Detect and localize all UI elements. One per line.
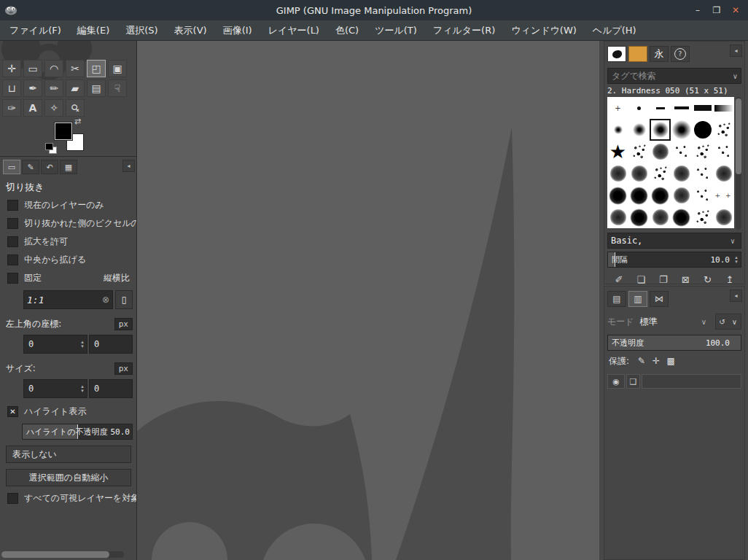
brush-item[interactable] [607, 97, 628, 119]
menu-item[interactable]: ウィンドウ(W) [503, 20, 585, 41]
color-picker-tool-button[interactable]: ✧ [44, 99, 63, 117]
brush-item[interactable] [650, 163, 671, 184]
crop-tool-button[interactable]: ◰ [87, 60, 106, 77]
lock-position-button[interactable]: ✛ [649, 354, 663, 368]
horizontal-scrollbar[interactable] [1, 551, 124, 558]
eraser-tool-button[interactable]: ▰ [66, 79, 85, 97]
spinner-arrows-icon[interactable]: ▴▾ [78, 384, 87, 393]
lock-alpha-button[interactable]: ▩ [663, 354, 678, 368]
brush-item[interactable] [692, 141, 713, 163]
size-height-spinner[interactable]: 0 [89, 379, 133, 398]
brush-item[interactable] [692, 184, 713, 206]
highlight-opacity-slider[interactable]: ハイライトの不透明度 50.0 [22, 424, 133, 440]
foreground-color-swatch[interactable] [55, 122, 72, 140]
brush-item[interactable] [713, 206, 734, 228]
brush-item[interactable] [628, 141, 650, 163]
ink-tool-button[interactable]: ✒ [23, 79, 42, 97]
allow-growing-checkbox[interactable] [7, 236, 18, 247]
layer-row[interactable]: ◉ ❑ [604, 374, 744, 389]
position-unit-select[interactable]: px [114, 318, 133, 330]
position-x-spinner[interactable]: 0 ▴▾ [23, 335, 87, 354]
current-layer-only-checkbox[interactable] [7, 200, 18, 211]
tab-fonts[interactable]: 永 [650, 46, 669, 62]
brush-item[interactable] [607, 184, 628, 206]
chevron-down-icon[interactable]: ∨ [730, 72, 741, 80]
brush-item[interactable] [607, 141, 628, 163]
brush-item[interactable] [692, 206, 713, 228]
menu-item[interactable]: 編集(E) [69, 20, 117, 41]
tag-filter-select[interactable]: Basic, ∨ [607, 233, 741, 249]
brush-search-input[interactable] [608, 71, 730, 81]
tab-channels[interactable]: ▥ [628, 291, 647, 307]
menu-item[interactable]: フィルター(R) [425, 20, 503, 41]
minimize-button[interactable]: – [688, 0, 707, 20]
menu-item[interactable]: レイヤー(L) [260, 20, 327, 41]
brush-item[interactable] [713, 119, 734, 141]
unified-transform-tool-button[interactable]: ▣ [108, 60, 127, 77]
brush-item[interactable] [713, 184, 734, 206]
brush-item[interactable] [607, 119, 628, 141]
tab-device-status[interactable]: ✎ [22, 160, 39, 174]
brush-item[interactable] [671, 206, 692, 228]
brush-item[interactable] [628, 206, 650, 228]
position-y-spinner[interactable]: 0 [89, 335, 133, 354]
tab-layers[interactable]: ▤ [607, 291, 626, 307]
delete-brush-button[interactable]: ⊠ [675, 272, 696, 287]
brush-item[interactable] [713, 163, 734, 184]
brush-item[interactable] [692, 119, 713, 141]
dock-menu-icon[interactable]: ◂ [730, 44, 742, 57]
menu-item[interactable]: ツール(T) [367, 20, 425, 41]
brush-item[interactable] [692, 163, 713, 184]
tab-brushes[interactable] [607, 46, 626, 62]
brush-item[interactable] [628, 163, 650, 184]
brush-item[interactable] [650, 97, 671, 119]
shrink-merged-checkbox[interactable] [7, 493, 18, 504]
duplicate-brush-button[interactable]: ❐ [653, 272, 674, 287]
brush-item[interactable] [628, 97, 650, 119]
brush-item[interactable] [692, 97, 713, 119]
portrait-landscape-button[interactable]: ▯ [115, 290, 133, 309]
brush-item[interactable] [713, 141, 734, 163]
layer-thumbnail-icon[interactable]: ❑ [626, 374, 640, 389]
menu-item[interactable]: ファイル(F) [1, 20, 69, 41]
tab-paths[interactable]: ⋈ [650, 291, 669, 307]
menu-item[interactable]: ヘルプ(H) [585, 20, 644, 41]
size-unit-select[interactable]: px [114, 362, 133, 375]
visibility-eye-icon[interactable]: ◉ [607, 374, 625, 389]
rectangle-select-tool-button[interactable]: ▭ [23, 60, 42, 77]
guides-select[interactable]: 表示しない [6, 446, 131, 463]
brush-scrollbar[interactable] [736, 97, 741, 230]
mode-options-button[interactable]: ∨ [728, 314, 741, 329]
swap-colors-icon[interactable]: ⇄ [74, 117, 81, 126]
highlight-checkbox[interactable] [7, 406, 18, 417]
brush-item[interactable] [713, 97, 734, 119]
maximize-button[interactable]: ❐ [707, 0, 726, 20]
spinner-arrows-icon[interactable]: ▴▾ [78, 340, 87, 349]
brush-item[interactable] [650, 141, 671, 163]
brush-item[interactable] [650, 184, 671, 206]
spacing-slider[interactable]: 間隔 10.0 ▴▾ [607, 252, 741, 268]
brush-item[interactable] [671, 141, 692, 163]
new-brush-button[interactable]: ❏ [631, 272, 651, 287]
scissors-select-tool-button[interactable]: ✂ [66, 60, 85, 77]
menu-item[interactable]: 表示(V) [166, 20, 215, 41]
brush-item[interactable] [628, 119, 650, 141]
brush-item[interactable] [607, 163, 628, 184]
fixed-aspect-select[interactable]: 縦横比 [104, 272, 137, 284]
clone-tool-button[interactable]: ▤ [87, 79, 106, 97]
menu-item[interactable]: 色(C) [327, 20, 367, 41]
expand-from-center-checkbox[interactable] [7, 254, 18, 265]
open-brush-as-image-button[interactable]: ↥ [720, 272, 740, 287]
menu-item[interactable]: 選択(S) [117, 20, 165, 41]
menu-item[interactable]: 画像(I) [215, 20, 260, 41]
canvas-area[interactable] [137, 41, 599, 560]
lock-pixels-button[interactable]: ✎ [634, 354, 649, 368]
opacity-slider[interactable]: 不透明度 100.0 ▴▾ [607, 335, 741, 351]
brush-item[interactable] [671, 119, 692, 141]
default-colors-icon[interactable] [45, 143, 58, 155]
size-width-spinner[interactable]: 0 ▴▾ [23, 379, 87, 398]
scrollbar-thumb[interactable] [736, 98, 741, 174]
smudge-tool-button[interactable]: ☟ [108, 79, 127, 97]
dock-menu-icon[interactable]: ◂ [122, 160, 135, 172]
paths-tool-button[interactable]: ✑ [2, 99, 21, 117]
